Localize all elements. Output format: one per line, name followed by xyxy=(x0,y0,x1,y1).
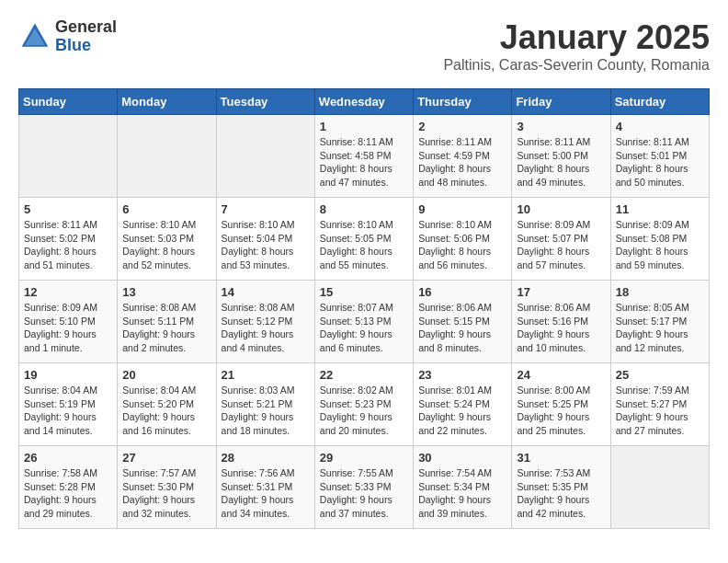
day-info: Sunrise: 7:56 AM Sunset: 5:31 PM Dayligh… xyxy=(222,466,310,521)
day-cell: 5Sunrise: 8:11 AM Sunset: 5:02 PM Daylig… xyxy=(19,198,118,281)
weekday-header-tuesday: Tuesday xyxy=(216,89,314,115)
weekday-header-saturday: Saturday xyxy=(610,89,709,115)
weekday-row: SundayMondayTuesdayWednesdayThursdayFrid… xyxy=(19,89,710,115)
day-number: 15 xyxy=(320,285,408,299)
day-number: 22 xyxy=(320,368,408,382)
day-number: 2 xyxy=(418,120,506,133)
day-number: 6 xyxy=(122,202,210,216)
day-info: Sunrise: 8:10 AM Sunset: 5:03 PM Dayligh… xyxy=(122,218,210,272)
day-cell: 31Sunrise: 7:53 AM Sunset: 5:35 PM Dayli… xyxy=(512,446,610,529)
day-number: 11 xyxy=(616,202,704,216)
day-cell: 20Sunrise: 8:04 AM Sunset: 5:20 PM Dayli… xyxy=(118,363,216,446)
day-info: Sunrise: 8:11 AM Sunset: 4:58 PM Dayligh… xyxy=(320,135,408,190)
day-cell: 4Sunrise: 8:11 AM Sunset: 5:01 PM Daylig… xyxy=(610,115,709,198)
day-info: Sunrise: 8:06 AM Sunset: 5:15 PM Dayligh… xyxy=(418,301,506,355)
day-info: Sunrise: 8:09 AM Sunset: 5:10 PM Dayligh… xyxy=(24,301,112,355)
day-info: Sunrise: 7:59 AM Sunset: 5:27 PM Dayligh… xyxy=(616,384,704,438)
day-info: Sunrise: 8:11 AM Sunset: 5:02 PM Dayligh… xyxy=(24,218,112,272)
week-row-1: 5Sunrise: 8:11 AM Sunset: 5:02 PM Daylig… xyxy=(19,198,710,281)
day-info: Sunrise: 8:08 AM Sunset: 5:11 PM Dayligh… xyxy=(122,301,210,355)
weekday-header-wednesday: Wednesday xyxy=(314,89,413,115)
day-number: 23 xyxy=(418,368,506,382)
day-cell: 30Sunrise: 7:54 AM Sunset: 5:34 PM Dayli… xyxy=(414,446,512,529)
day-number: 9 xyxy=(418,202,506,216)
day-cell xyxy=(216,115,314,198)
logo-general: General xyxy=(55,18,117,37)
day-info: Sunrise: 7:55 AM Sunset: 5:33 PM Dayligh… xyxy=(320,466,408,521)
day-info: Sunrise: 8:05 AM Sunset: 5:17 PM Dayligh… xyxy=(616,301,704,355)
calendar-table: SundayMondayTuesdayWednesdayThursdayFrid… xyxy=(18,88,710,529)
day-number: 7 xyxy=(222,202,310,216)
day-cell: 28Sunrise: 7:56 AM Sunset: 5:31 PM Dayli… xyxy=(216,446,314,529)
week-row-0: 1Sunrise: 8:11 AM Sunset: 4:58 PM Daylig… xyxy=(19,115,710,198)
week-row-3: 19Sunrise: 8:04 AM Sunset: 5:19 PM Dayli… xyxy=(19,363,710,446)
day-number: 28 xyxy=(222,451,310,465)
calendar-subtitle: Paltinis, Caras-Severin County, Romania xyxy=(443,57,710,74)
week-row-4: 26Sunrise: 7:58 AM Sunset: 5:28 PM Dayli… xyxy=(19,446,710,529)
day-info: Sunrise: 8:09 AM Sunset: 5:07 PM Dayligh… xyxy=(517,218,605,272)
day-info: Sunrise: 8:11 AM Sunset: 5:00 PM Dayligh… xyxy=(517,135,605,190)
logo: General Blue xyxy=(18,18,117,55)
day-number: 21 xyxy=(222,368,310,382)
day-info: Sunrise: 8:04 AM Sunset: 5:20 PM Dayligh… xyxy=(122,384,210,438)
day-info: Sunrise: 8:10 AM Sunset: 5:05 PM Dayligh… xyxy=(320,218,408,272)
day-cell: 14Sunrise: 8:08 AM Sunset: 5:12 PM Dayli… xyxy=(216,281,314,363)
day-info: Sunrise: 8:04 AM Sunset: 5:19 PM Dayligh… xyxy=(24,384,112,438)
day-cell: 19Sunrise: 8:04 AM Sunset: 5:19 PM Dayli… xyxy=(19,363,118,446)
day-cell: 8Sunrise: 8:10 AM Sunset: 5:05 PM Daylig… xyxy=(314,198,413,281)
day-cell: 17Sunrise: 8:06 AM Sunset: 5:16 PM Dayli… xyxy=(512,281,610,363)
day-number: 5 xyxy=(24,202,112,216)
day-cell: 7Sunrise: 8:10 AM Sunset: 5:04 PM Daylig… xyxy=(216,198,314,281)
page-header: General Blue January 2025 Paltinis, Cara… xyxy=(18,18,710,74)
calendar-header: SundayMondayTuesdayWednesdayThursdayFrid… xyxy=(19,89,710,115)
day-info: Sunrise: 8:00 AM Sunset: 5:25 PM Dayligh… xyxy=(517,384,605,438)
day-info: Sunrise: 8:07 AM Sunset: 5:13 PM Dayligh… xyxy=(320,301,408,355)
day-info: Sunrise: 8:10 AM Sunset: 5:04 PM Dayligh… xyxy=(222,218,310,272)
day-cell: 3Sunrise: 8:11 AM Sunset: 5:00 PM Daylig… xyxy=(512,115,610,198)
weekday-header-friday: Friday xyxy=(512,89,610,115)
day-number: 31 xyxy=(517,451,605,465)
day-number: 26 xyxy=(24,451,112,465)
logo-icon xyxy=(18,20,51,53)
weekday-header-monday: Monday xyxy=(118,89,216,115)
day-cell xyxy=(118,115,216,198)
day-cell: 13Sunrise: 8:08 AM Sunset: 5:11 PM Dayli… xyxy=(118,281,216,363)
week-row-2: 12Sunrise: 8:09 AM Sunset: 5:10 PM Dayli… xyxy=(19,281,710,363)
day-info: Sunrise: 7:53 AM Sunset: 5:35 PM Dayligh… xyxy=(517,466,605,521)
day-cell: 6Sunrise: 8:10 AM Sunset: 5:03 PM Daylig… xyxy=(118,198,216,281)
day-number: 1 xyxy=(320,120,408,133)
day-cell: 16Sunrise: 8:06 AM Sunset: 5:15 PM Dayli… xyxy=(414,281,512,363)
day-info: Sunrise: 8:06 AM Sunset: 5:16 PM Dayligh… xyxy=(517,301,605,355)
day-cell: 9Sunrise: 8:10 AM Sunset: 5:06 PM Daylig… xyxy=(414,198,512,281)
day-number: 4 xyxy=(616,120,704,133)
day-number: 29 xyxy=(320,451,408,465)
day-cell: 27Sunrise: 7:57 AM Sunset: 5:30 PM Dayli… xyxy=(118,446,216,529)
day-info: Sunrise: 8:10 AM Sunset: 5:06 PM Dayligh… xyxy=(418,218,506,272)
day-cell: 25Sunrise: 7:59 AM Sunset: 5:27 PM Dayli… xyxy=(610,363,709,446)
day-number: 25 xyxy=(616,368,704,382)
day-cell: 21Sunrise: 8:03 AM Sunset: 5:21 PM Dayli… xyxy=(216,363,314,446)
day-info: Sunrise: 8:09 AM Sunset: 5:08 PM Dayligh… xyxy=(616,218,704,272)
day-cell: 18Sunrise: 8:05 AM Sunset: 5:17 PM Dayli… xyxy=(610,281,709,363)
day-cell: 10Sunrise: 8:09 AM Sunset: 5:07 PM Dayli… xyxy=(512,198,610,281)
day-cell xyxy=(19,115,118,198)
day-info: Sunrise: 7:57 AM Sunset: 5:30 PM Dayligh… xyxy=(122,466,210,521)
day-number: 18 xyxy=(616,285,704,299)
day-number: 30 xyxy=(418,451,506,465)
day-number: 17 xyxy=(517,285,605,299)
day-number: 12 xyxy=(24,285,112,299)
day-info: Sunrise: 8:08 AM Sunset: 5:12 PM Dayligh… xyxy=(222,301,310,355)
day-number: 13 xyxy=(122,285,210,299)
day-number: 3 xyxy=(517,120,605,133)
day-number: 19 xyxy=(24,368,112,382)
day-number: 14 xyxy=(222,285,310,299)
logo-text: General Blue xyxy=(55,18,117,55)
day-number: 20 xyxy=(122,368,210,382)
calendar-body: 1Sunrise: 8:11 AM Sunset: 4:58 PM Daylig… xyxy=(19,115,710,529)
day-cell: 26Sunrise: 7:58 AM Sunset: 5:28 PM Dayli… xyxy=(19,446,118,529)
day-number: 16 xyxy=(418,285,506,299)
day-info: Sunrise: 8:01 AM Sunset: 5:24 PM Dayligh… xyxy=(418,384,506,438)
day-cell: 24Sunrise: 8:00 AM Sunset: 5:25 PM Dayli… xyxy=(512,363,610,446)
day-info: Sunrise: 8:11 AM Sunset: 5:01 PM Dayligh… xyxy=(616,135,704,190)
weekday-header-thursday: Thursday xyxy=(414,89,512,115)
